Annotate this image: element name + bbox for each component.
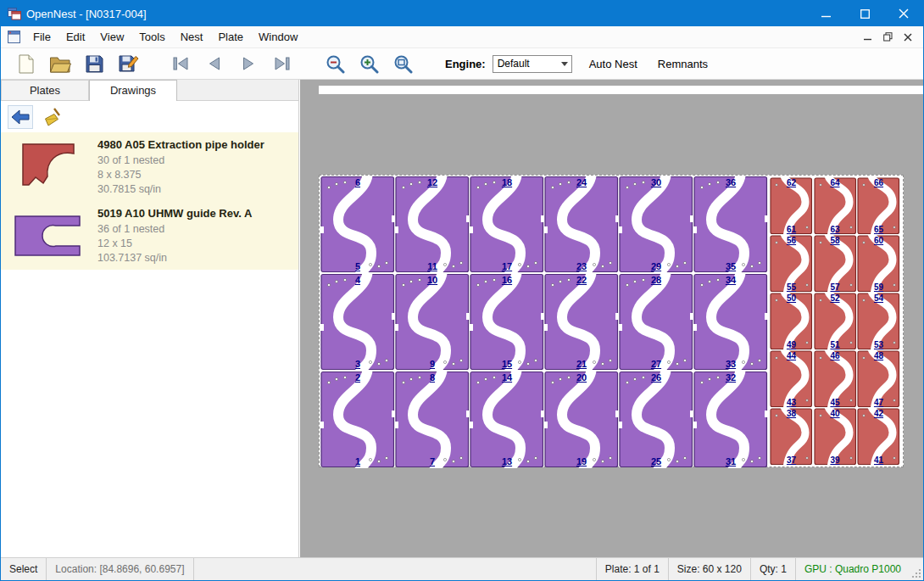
part-shape	[470, 371, 544, 468]
nested-pair-purple[interactable]: 109	[395, 273, 470, 371]
nested-pair-red[interactable]: 4645	[814, 350, 857, 408]
status-qty: Qty: 1	[750, 558, 795, 580]
nested-pair-red[interactable]: 4039	[814, 408, 857, 466]
broom-icon	[43, 108, 62, 126]
auto-nest-button[interactable]: Auto Nest	[586, 54, 641, 74]
part-shape	[395, 371, 470, 468]
nested-pair-red[interactable]: 5453	[857, 293, 900, 350]
menu-view[interactable]: View	[92, 27, 131, 47]
part-shape	[693, 176, 768, 273]
nested-pair-purple[interactable]: 3231	[693, 371, 768, 468]
engine-select[interactable]: Default	[493, 55, 572, 73]
nav-next-button[interactable]	[231, 50, 265, 77]
nav-last-button[interactable]	[265, 50, 299, 77]
drawing-title: 5019 A10 UHMW guide Rev. A	[97, 207, 252, 220]
part-shape	[857, 235, 900, 293]
nested-pair-purple[interactable]: 1615	[470, 273, 544, 371]
nested-pair-purple[interactable]: 3029	[619, 176, 693, 273]
nav-first-button[interactable]	[164, 50, 198, 77]
drawing-title: 4980 A05 Extraction pipe holder	[97, 138, 264, 151]
nested-pair-purple[interactable]: 1413	[470, 371, 544, 468]
tab-plates[interactable]: Plates	[1, 80, 89, 100]
zoom-button-group	[318, 50, 420, 77]
maximize-button[interactable]	[845, 1, 884, 26]
save-button[interactable]	[77, 50, 111, 77]
resize-grip-icon[interactable]	[910, 558, 923, 580]
part-shape	[619, 371, 693, 468]
zoom-fit-button[interactable]	[386, 50, 420, 77]
clear-drawings-button[interactable]	[40, 105, 65, 129]
open-file-icon	[49, 54, 71, 74]
nested-pair-red[interactable]: 5049	[770, 293, 813, 350]
engine-selected-value: Default	[493, 58, 558, 70]
part-shape	[693, 371, 768, 468]
nested-pair-purple[interactable]: 21	[320, 371, 395, 468]
zoom-in-button[interactable]	[352, 50, 386, 77]
nested-pair-purple[interactable]: 2019	[544, 371, 619, 468]
mdi-close-button[interactable]	[898, 29, 918, 46]
nested-pair-purple[interactable]: 2625	[619, 371, 693, 468]
nested-pair-red[interactable]: 6463	[814, 177, 857, 235]
save-as-button[interactable]	[111, 50, 145, 77]
nested-pair-red[interactable]: 6261	[770, 177, 813, 235]
nested-pair-purple[interactable]: 43	[320, 273, 395, 371]
drawing-area: 103.7137 sq/in	[97, 251, 252, 265]
nested-pair-red[interactable]: 4847	[857, 350, 900, 408]
nested-pair-purple[interactable]: 1211	[395, 176, 470, 273]
nested-pair-purple[interactable]: 2423	[544, 176, 619, 273]
part-shape	[544, 273, 619, 371]
main-toolbar: Engine: Default Auto Nest Remnants	[1, 48, 923, 80]
nested-pair-purple[interactable]: 87	[395, 371, 470, 468]
zoom-out-button[interactable]	[318, 50, 352, 77]
nested-pair-red[interactable]: 6665	[857, 177, 900, 235]
drawing-item-4980[interactable]: 4980 A05 Extraction pipe holder 30 of 1 …	[1, 132, 298, 201]
engine-label: Engine:	[445, 58, 486, 70]
nested-pair-red[interactable]: 5251	[814, 293, 857, 350]
close-button[interactable]	[884, 1, 923, 26]
nested-pair-red[interactable]: 4443	[770, 350, 813, 408]
nav-prev-icon	[205, 56, 224, 71]
tab-drawings[interactable]: Drawings	[89, 80, 177, 101]
remnants-button[interactable]: Remnants	[654, 54, 711, 74]
minimize-button[interactable]	[806, 1, 845, 26]
drawing-size: 12 x 15	[97, 237, 252, 251]
drawing-nested-count: 30 of 1 nested	[97, 154, 264, 168]
menu-edit[interactable]: Edit	[58, 27, 92, 47]
mdi-minimize-button[interactable]	[857, 29, 877, 46]
mdi-restore-button[interactable]	[877, 29, 898, 46]
nested-pair-red[interactable]: 5655	[770, 235, 813, 293]
nested-pair-purple[interactable]: 2221	[544, 273, 619, 371]
return-part-button[interactable]	[8, 105, 33, 129]
drawing-item-5019[interactable]: 5019 A10 UHMW guide Rev. A 36 of 1 neste…	[1, 201, 298, 270]
window-title: OpenNest - [N0317-004]	[26, 8, 147, 20]
nested-pair-purple[interactable]: 65	[320, 176, 395, 273]
nest-canvas[interactable]: 6512111817242330293635431091615222128273…	[300, 80, 923, 557]
menu-file[interactable]: File	[25, 27, 58, 47]
menu-tools[interactable]: Tools	[131, 27, 172, 47]
nested-pair-purple[interactable]: 2827	[619, 273, 693, 371]
menu-window[interactable]: Window	[251, 27, 305, 47]
part-shape	[814, 293, 857, 350]
nested-pair-purple[interactable]: 3635	[693, 176, 768, 273]
new-file-button[interactable]	[9, 50, 43, 77]
nav-prev-button[interactable]	[198, 50, 231, 77]
nested-pair-red[interactable]: 3837	[770, 408, 813, 466]
menu-nest[interactable]: Nest	[173, 27, 211, 47]
menu-plate[interactable]: Plate	[210, 27, 251, 47]
nav-first-icon	[171, 56, 190, 71]
drawings-toolbar	[1, 101, 298, 132]
nested-pair-purple[interactable]: 1817	[470, 176, 544, 273]
part-thumbnail-purple	[4, 205, 92, 265]
title-bar: OpenNest - [N0317-004]	[1, 1, 923, 26]
menu-bar: File Edit View Tools Nest Plate Window	[1, 26, 923, 48]
nested-pair-red[interactable]: 4241	[857, 408, 900, 466]
open-file-button[interactable]	[43, 50, 77, 77]
zoom-fit-icon	[393, 54, 413, 74]
part-shape	[770, 350, 813, 408]
part-shape	[544, 176, 619, 273]
drawing-size: 8 x 8.375	[97, 168, 264, 182]
nested-pair-red[interactable]: 5857	[814, 235, 857, 293]
plate[interactable]: 6512111817242330293635431091615222128273…	[319, 175, 904, 467]
nested-pair-purple[interactable]: 3433	[693, 273, 768, 371]
nested-pair-red[interactable]: 6059	[857, 235, 900, 293]
